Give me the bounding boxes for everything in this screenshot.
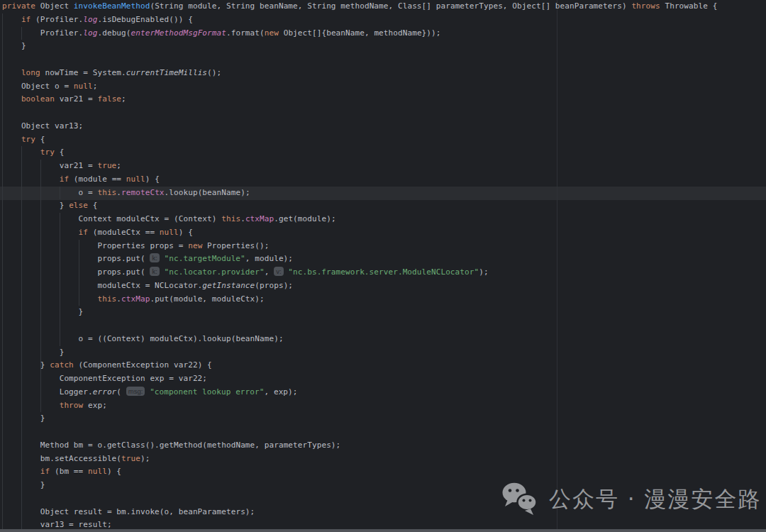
code-token: if (21, 15, 30, 24)
code-token: { (55, 148, 64, 157)
code-token: this (221, 214, 240, 223)
code-token (2, 401, 60, 410)
code-token (2, 148, 40, 157)
code-token: o = (2, 188, 97, 197)
code-token: else (69, 201, 88, 210)
code-line[interactable]: try { (0, 146, 766, 160)
code-line[interactable]: boolean var21 = false; (0, 93, 766, 106)
code-token: (String module, String beanName, String … (150, 1, 631, 11)
code-line[interactable]: private Object invokeBeanMethod(String m… (0, 0, 766, 13)
code-token: null (126, 174, 145, 184)
code-token: new (265, 28, 279, 38)
code-line[interactable] (0, 106, 766, 120)
code-line[interactable]: if (moduleCtx == null) { (0, 226, 766, 240)
code-lines: private Object invokeBeanMethod(String m… (0, 0, 766, 532)
code-line[interactable]: } (0, 346, 766, 360)
code-token: private (2, 1, 35, 11)
code-token: this (97, 188, 116, 197)
code-token: new (188, 241, 202, 250)
code-token: if (60, 174, 69, 184)
code-token: if (79, 228, 88, 237)
code-line[interactable]: } catch (ComponentException var22) { (0, 359, 766, 372)
code-line[interactable]: bm.setAccessible(true); (0, 453, 766, 466)
code-token: ctxMap (121, 294, 150, 304)
code-line[interactable]: Context moduleCtx = (Context) this.ctxMa… (0, 213, 766, 226)
code-token: ); (140, 454, 150, 463)
code-token: Properties props = (2, 241, 188, 250)
code-token: throw (60, 401, 84, 410)
code-token: true (97, 161, 116, 170)
code-line[interactable]: props.put( k: "nc.targetModule", module)… (0, 253, 766, 266)
code-line[interactable] (0, 319, 766, 333)
code-line[interactable]: Object o = null; (0, 80, 766, 94)
code-token (2, 174, 60, 184)
code-line[interactable]: o = this.remoteCtx.lookup(beanName); (0, 187, 766, 200)
code-token: ; (116, 161, 121, 170)
code-token: } (2, 360, 50, 370)
code-token: } (2, 480, 45, 489)
code-token: catch (50, 360, 74, 370)
code-token: (props); (255, 281, 293, 290)
code-line[interactable]: moduleCtx = NCLocator.getInstance(props)… (0, 279, 766, 293)
code-line[interactable]: Object var13; (0, 120, 766, 133)
code-token (2, 135, 21, 144)
code-line[interactable]: } else { (0, 199, 766, 213)
watermark-label: 公众号 · 漫漫安全路 (549, 484, 762, 514)
code-line[interactable] (0, 53, 766, 67)
code-line[interactable]: } (0, 412, 766, 426)
code-token: (ComponentException var22) { (74, 360, 212, 370)
code-line[interactable]: props.put( k: "nc.locator.provider", v: … (0, 266, 766, 279)
code-token: null (160, 228, 179, 237)
inlay-hint[interactable]: msg: (126, 387, 145, 396)
code-token: currentTimeMillis (126, 68, 207, 77)
code-line[interactable] (0, 426, 766, 439)
code-line[interactable]: ComponentException exp = var22; (0, 372, 766, 386)
code-token: boolean (21, 94, 55, 104)
code-token: } (2, 414, 45, 423)
code-editor[interactable]: private Object invokeBeanMethod(String m… (0, 0, 766, 532)
code-token: (Profiler. (30, 15, 83, 24)
code-token: enterMethodMsgFormat (131, 28, 226, 38)
code-token (2, 68, 21, 77)
code-token: ) { (107, 467, 121, 476)
code-token: } (2, 201, 69, 210)
code-token: false (97, 94, 121, 104)
code-token: error (93, 387, 117, 397)
code-token: Object var13; (2, 121, 83, 131)
code-token: props.put( (2, 267, 150, 277)
code-token: ( (116, 387, 126, 397)
code-line[interactable]: if (module == null) { (0, 173, 766, 187)
code-token: props.put( (2, 254, 150, 263)
code-line[interactable]: if (bm == null) { (0, 465, 766, 479)
code-token: (bm == (50, 467, 88, 476)
code-line[interactable]: if (Profiler.log.isDebugEnabled()) { (0, 13, 766, 27)
code-token: Throwable { (660, 1, 718, 11)
code-line[interactable]: } (0, 40, 766, 53)
code-line[interactable]: throw exp; (0, 399, 766, 413)
code-line[interactable]: o = ((Context) moduleCtx).lookup(beanNam… (0, 333, 766, 346)
code-line[interactable]: Logger.error( msg: "component lookup err… (0, 386, 766, 399)
horizontal-scrollbar[interactable] (0, 529, 766, 532)
code-line[interactable]: var21 = true; (0, 160, 766, 173)
code-token: ; (93, 82, 98, 91)
code-line[interactable]: } (0, 306, 766, 319)
inlay-hint[interactable]: k: (150, 267, 159, 276)
code-token: .get(module); (274, 214, 335, 223)
wechat-icon (501, 482, 540, 516)
code-token: Logger. (2, 387, 93, 397)
code-line[interactable]: Method bm = o.getClass().getMethod(metho… (0, 439, 766, 453)
code-token: var21 = (2, 161, 97, 170)
code-line[interactable]: Properties props = new Properties(); (0, 240, 766, 253)
code-line[interactable]: this.ctxMap.put(module, moduleCtx); (0, 293, 766, 306)
code-line[interactable]: try { (0, 133, 766, 147)
code-token: Object result = bm.invoke(o, beanParamet… (2, 507, 255, 516)
inlay-hint[interactable]: k: (150, 253, 159, 262)
code-token: nowTime = System. (40, 68, 126, 77)
inlay-hint[interactable]: v: (274, 267, 283, 276)
code-token: this (97, 294, 116, 304)
code-token: "component lookup error" (150, 387, 264, 397)
code-line[interactable]: long nowTime = System.currentTimeMillis(… (0, 67, 766, 80)
code-token: .put(module, moduleCtx); (150, 294, 264, 304)
code-token: long (21, 68, 40, 77)
code-line[interactable]: Profiler.log.debug(enterMethodMsgFormat.… (0, 27, 766, 40)
